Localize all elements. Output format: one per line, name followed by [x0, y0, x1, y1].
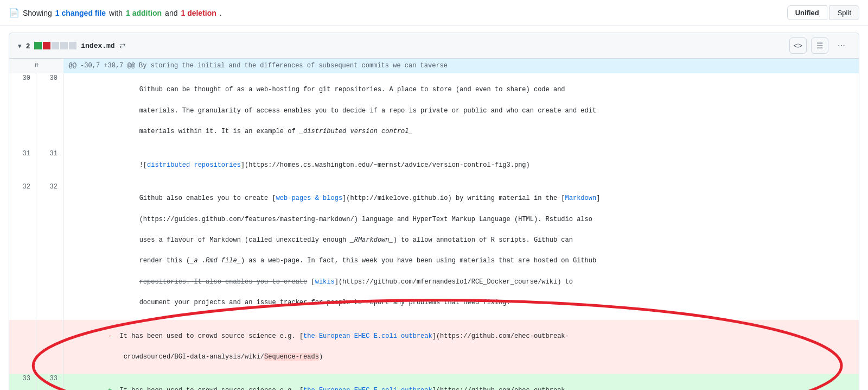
strikethrough-text: repositories. It also enables you to cre… — [139, 278, 308, 286]
line-code-added: + It has been used to crowd source scien… — [63, 374, 859, 390]
line-num-right: 32 — [36, 182, 63, 319]
addition-count: 1 addition — [126, 9, 162, 17]
table-row: 32 32 Github also enables you to create … — [9, 182, 859, 319]
changed-file-link[interactable]: 1 changed file — [55, 9, 106, 17]
line-num-right-del — [36, 320, 63, 374]
italic-rmd-file: _a .Rmd file_ — [190, 257, 241, 265]
split-button[interactable]: Split — [829, 5, 859, 20]
top-bar-summary: 📄 Showing 1 changed file with 1 addition… — [9, 8, 222, 18]
line-num-right: 31 — [36, 149, 63, 183]
hunk-header-text: @@ -30,7 +30,7 @@ By storing the initial… — [63, 59, 859, 73]
highlight-del: Sequence-reads — [264, 353, 319, 361]
line-num-left: 30 — [9, 73, 36, 148]
view-toggle: Unified Split — [787, 5, 859, 20]
period: . — [220, 9, 222, 17]
ehec-link-add[interactable]: the European EHEC E.coli outbreak — [303, 387, 432, 390]
stat-red — [43, 42, 50, 49]
line-count-badge: 2 — [26, 42, 30, 50]
file-diff-icon: 📄 — [9, 8, 20, 18]
unified-button[interactable]: Unified — [787, 5, 827, 20]
italic-text: _distributed version control_ — [299, 128, 413, 135]
view-code-button[interactable]: <> — [789, 37, 807, 54]
table-row: 30 30 Github can be thought of as a web-… — [9, 73, 859, 148]
and-text: and — [165, 9, 177, 17]
hunk-header-row: ⇵ @@ -30,7 +30,7 @@ By storing the initi… — [9, 59, 859, 73]
diff-wrapper: ⇵ @@ -30,7 +30,7 @@ By storing the initi… — [0, 59, 868, 390]
view-rich-button[interactable]: ☰ — [811, 37, 828, 54]
stat-green-1 — [34, 42, 42, 49]
line-num-left: 31 — [9, 149, 36, 183]
line-code-deleted: - It has been used to crowd source scien… — [63, 320, 859, 374]
line-num-right-add: 33 — [36, 374, 63, 390]
file-header-left: ▾ 2 index.md ⇄ — [18, 41, 126, 50]
file-header-right: <> ☰ ⋯ — [789, 37, 850, 54]
collapse-button[interactable]: ▾ — [18, 42, 22, 50]
top-bar: 📄 Showing 1 changed file with 1 addition… — [0, 0, 868, 26]
distributed-repo-link[interactable]: distributed repositories — [147, 161, 241, 169]
more-options-button[interactable]: ⋯ — [833, 37, 850, 54]
showing-text: Showing — [23, 9, 52, 17]
line-code: ![distributed repositories](https://home… — [63, 149, 859, 183]
table-row: 31 31 ![distributed repositories](https:… — [9, 149, 859, 183]
file-rename-icon[interactable]: ⇄ — [119, 41, 126, 50]
expand-icon[interactable]: ⇵ — [9, 59, 63, 73]
line-num-left-add: 33 — [9, 374, 36, 390]
italic-rmd: _RMarkdown_ — [350, 236, 393, 244]
stat-gray-1 — [52, 42, 59, 49]
web-pages-link[interactable]: web-pages & blogs — [276, 194, 342, 202]
line-code: Github can be thought of as a web-hostin… — [63, 73, 859, 148]
table-row-deleted: - It has been used to crowd source scien… — [9, 320, 859, 374]
ehec-link-del[interactable]: the European EHEC E.coli outbreak — [303, 332, 432, 340]
line-num-left-del — [9, 320, 36, 374]
line-num-right: 30 — [36, 73, 63, 148]
diff-table: ⇵ @@ -30,7 +30,7 @@ By storing the initi… — [9, 59, 859, 390]
add-marker: + — [108, 387, 112, 390]
stat-gray-3 — [69, 42, 76, 49]
markdown-link[interactable]: Markdown — [565, 194, 597, 202]
wikis-link[interactable]: wikis — [315, 278, 335, 286]
line-num-left: 32 — [9, 182, 36, 319]
table-row-added: 33 33 + It has been used to crowd source… — [9, 374, 859, 390]
filename: index.md — [81, 42, 114, 50]
file-header: ▾ 2 index.md ⇄ <> ☰ ⋯ — [9, 33, 859, 59]
stat-gray-2 — [60, 42, 68, 49]
deletion-count: 1 deletion — [181, 9, 216, 17]
with-text: with — [109, 9, 123, 17]
line-code: Github also enables you to create [web-p… — [63, 182, 859, 319]
file-stats — [34, 42, 76, 49]
del-marker: - — [108, 332, 112, 340]
